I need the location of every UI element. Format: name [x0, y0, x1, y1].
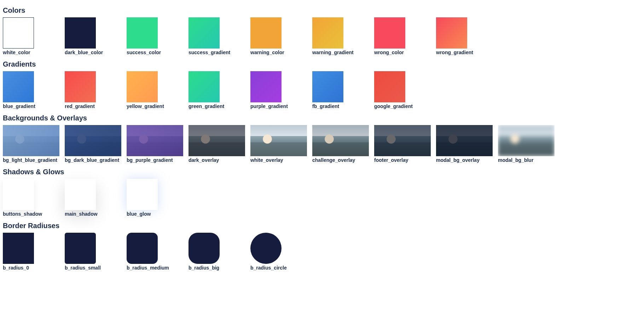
- color-swatch: [312, 17, 343, 49]
- shadow-swatch: [3, 179, 34, 210]
- swatch-label: blue_gradient: [3, 103, 65, 109]
- backgrounds-grid: bg_light_blue_gradientbg_dark_blue_gradi…: [3, 125, 641, 164]
- overlay-layer: [250, 125, 307, 156]
- color-swatch: [188, 17, 220, 49]
- swatch-label: b_radius_big: [188, 265, 250, 271]
- swatch-label: wrong_gradient: [436, 50, 498, 55]
- color-swatch-cell: warning_color: [250, 17, 312, 55]
- swatch-label: green_gradient: [188, 103, 250, 109]
- section-title-shadows: Shadows & Glows: [3, 168, 641, 176]
- swatch-label: b_radius_0: [3, 265, 65, 271]
- shadow-swatch: [65, 179, 96, 210]
- overlay-layer: [312, 125, 369, 156]
- radius-swatch: [65, 233, 96, 264]
- swatch-label: bg_purple_gradient: [127, 157, 188, 163]
- swatch-label: warning_gradient: [312, 50, 374, 55]
- background-swatch-cell: footer_overlay: [374, 125, 436, 163]
- swatch-label: wrong_color: [374, 50, 436, 55]
- background-swatch-cell: modal_bg_blur: [498, 125, 560, 163]
- gradient-swatch-cell: google_gradient: [374, 71, 436, 109]
- swatch-label: success_color: [127, 50, 188, 55]
- radius-swatch: [250, 233, 282, 264]
- swatch-label: white_color: [3, 50, 65, 55]
- color-swatch-cell: dark_blue_color: [65, 17, 127, 55]
- swatch-label: purple_gradient: [250, 103, 312, 109]
- radius-swatch: [3, 233, 34, 264]
- swatch-label: main_shadow: [65, 211, 127, 217]
- background-swatch: [65, 125, 121, 156]
- section-title-backgrounds: Backgrounds & Overlays: [3, 114, 641, 122]
- shadow-swatch-cell: main_shadow: [65, 179, 127, 217]
- gradient-swatch-cell: purple_gradient: [250, 71, 312, 109]
- background-swatch: [188, 125, 245, 156]
- background-swatch: [312, 125, 369, 156]
- color-swatch: [436, 17, 467, 49]
- swatch-label: google_gradient: [374, 103, 436, 109]
- swatch-label: bg_light_blue_gradient: [3, 157, 65, 163]
- background-swatch: [436, 125, 493, 156]
- radius-swatch: [188, 233, 220, 264]
- gradient-swatch-cell: yellow_gradient: [127, 71, 188, 109]
- color-swatch: [374, 17, 405, 49]
- background-swatch: [250, 125, 307, 156]
- gradients-grid: blue_gradientred_gradientyellow_gradient…: [3, 71, 641, 111]
- color-swatch: [65, 17, 96, 49]
- overlay-layer: [127, 125, 183, 156]
- swatch-label: modal_bg_overlay: [436, 157, 498, 163]
- swatch-label: dark_blue_color: [65, 50, 127, 55]
- swatch-label: success_gradient: [188, 50, 250, 55]
- shadows-grid: buttons_shadowmain_shadowblue_glow: [3, 179, 641, 218]
- color-swatch-cell: warning_gradient: [312, 17, 374, 55]
- color-swatch-cell: success_gradient: [188, 17, 250, 55]
- radius-swatch-cell: b_radius_0: [3, 233, 65, 271]
- background-swatch-cell: bg_light_blue_gradient: [3, 125, 65, 163]
- swatch-label: warning_color: [250, 50, 312, 55]
- gradient-swatch: [188, 71, 220, 102]
- overlay-layer: [3, 125, 59, 156]
- radius-swatch-cell: b_radius_big: [188, 233, 250, 271]
- swatch-label: buttons_shadow: [3, 211, 65, 217]
- colors-grid: white_colordark_blue_colorsuccess_colors…: [3, 17, 641, 57]
- section-title-gradients: Gradients: [3, 60, 641, 68]
- swatch-label: b_radius_medium: [127, 265, 188, 271]
- gradient-swatch-cell: green_gradient: [188, 71, 250, 109]
- background-swatch-cell: bg_dark_blue_gradient: [65, 125, 127, 163]
- radius-swatch-cell: b_radius_small: [65, 233, 127, 271]
- background-swatch-cell: bg_purple_gradient: [127, 125, 188, 163]
- background-swatch: [3, 125, 59, 156]
- shadow-swatch: [127, 179, 158, 210]
- overlay-layer: [65, 125, 121, 156]
- overlay-layer: [436, 125, 493, 156]
- swatch-label: bg_dark_blue_gradient: [65, 157, 127, 163]
- swatch-label: red_gradient: [65, 103, 127, 109]
- swatch-label: yellow_gradient: [127, 103, 188, 109]
- gradient-swatch-cell: red_gradient: [65, 71, 127, 109]
- radius-swatch-cell: b_radius_medium: [127, 233, 188, 271]
- gradient-swatch: [3, 71, 34, 102]
- radiuses-grid: b_radius_0b_radius_smallb_radius_mediumb…: [3, 233, 641, 272]
- background-swatch-cell: modal_bg_overlay: [436, 125, 498, 163]
- radius-swatch-cell: b_radius_circle: [250, 233, 312, 271]
- shadow-swatch-cell: buttons_shadow: [3, 179, 65, 217]
- gradient-swatch: [127, 71, 158, 102]
- color-swatch: [250, 17, 282, 49]
- background-swatch: [127, 125, 183, 156]
- radius-swatch: [127, 233, 158, 264]
- shadow-swatch-cell: blue_glow: [127, 179, 188, 217]
- overlay-layer: [188, 125, 245, 156]
- gradient-swatch: [65, 71, 96, 102]
- swatch-label: b_radius_small: [65, 265, 127, 271]
- background-swatch: [498, 125, 555, 156]
- background-swatch: [374, 125, 431, 156]
- background-swatch-cell: challenge_overlay: [312, 125, 374, 163]
- swatch-label: modal_bg_blur: [498, 157, 560, 163]
- gradient-swatch-cell: blue_gradient: [3, 71, 65, 109]
- background-swatch-cell: white_overlay: [250, 125, 312, 163]
- swatch-label: dark_overlay: [188, 157, 250, 163]
- section-title-radiuses: Border Radiuses: [3, 222, 641, 230]
- swatch-label: fb_gradient: [312, 103, 374, 109]
- overlay-layer: [374, 125, 431, 156]
- color-swatch: [3, 17, 34, 49]
- color-swatch-cell: wrong_color: [374, 17, 436, 55]
- color-swatch-cell: success_color: [127, 17, 188, 55]
